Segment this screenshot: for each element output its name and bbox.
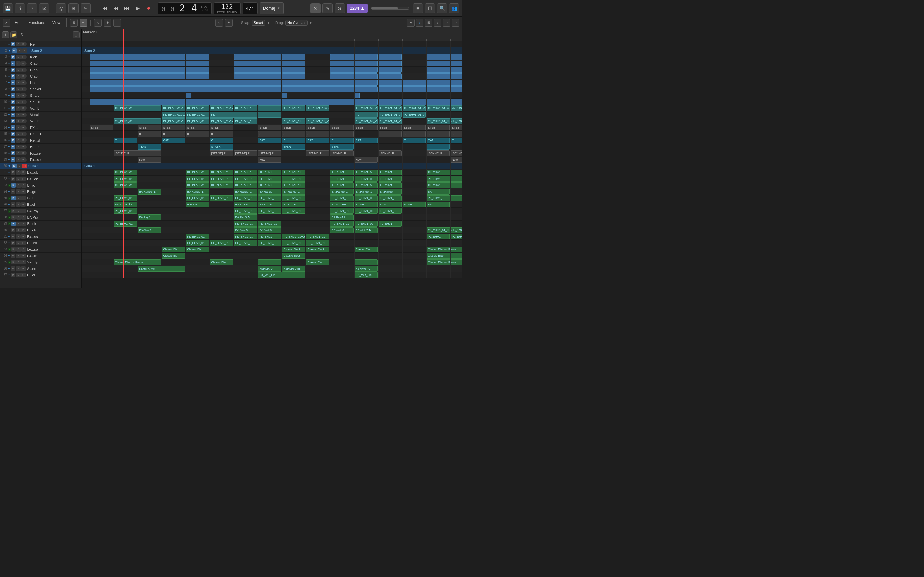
clip-26-4[interactable]: BA Sou Rei.1 <box>282 201 305 207</box>
content-row-23[interactable]: PL_EHV1_01PL_EHV1_01PL_EHV1_01PL_EHV1_01… <box>82 182 462 189</box>
grid-view-btn[interactable]: ⊞ <box>70 19 78 27</box>
clip-11-9[interactable]: PL_EHV1_01_Vo <box>378 105 402 111</box>
clip-30-1[interactable]: BA Alok.5 <box>234 227 257 233</box>
solo-btn-36[interactable]: S <box>16 266 21 271</box>
clip-5-6[interactable] <box>426 67 462 73</box>
waveform-btn[interactable]: ≋ <box>407 19 415 27</box>
clip-29-4[interactable]: PL_EHV1_01 <box>354 221 378 227</box>
clip-3-6[interactable] <box>426 54 462 60</box>
clip-25-0[interactable]: PL_EHV1_01 <box>113 195 137 201</box>
arrangement-area[interactable]: Marker 1 1 9 17 25 33 41 49 57 65 73 81 … <box>82 29 462 288</box>
track-row-20[interactable]: 20 ▼ M S R Sum 1 <box>0 163 81 169</box>
time-sig-display[interactable]: 4/4 <box>242 2 258 15</box>
clip-21-8[interactable]: PL_EHV1_ <box>378 169 402 175</box>
mute-btn-22[interactable]: M <box>11 177 15 181</box>
solo-btn-31[interactable]: S <box>16 234 21 239</box>
record-btn-20[interactable]: R <box>23 164 27 168</box>
cursor-btn[interactable]: ↖ <box>94 19 102 27</box>
smart-controls-button[interactable]: 1234 ▲ <box>347 3 368 13</box>
solo-btn-10[interactable]: S <box>16 100 21 104</box>
search-button[interactable]: 🔍 <box>437 3 447 13</box>
clip-13-9[interactable]: PL_EHV1_01_Vocals_125 <box>426 118 462 124</box>
track-row-35[interactable]: 35 ♪ M S R SE...ty <box>0 259 81 266</box>
clip-6-4[interactable] <box>330 73 378 79</box>
clip-27-0[interactable]: PL_EHV1_01 <box>113 208 137 214</box>
content-row-28[interactable]: BA Psy.2BA Psy.3 ↻BA Psy.4 ↻ <box>82 214 462 221</box>
clip-30-0[interactable]: BA Alok.2 <box>137 227 161 233</box>
clip-21-1[interactable]: PL_EHV1_01 <box>186 169 209 175</box>
clip-16-5[interactable]: CAT_ <box>306 137 330 143</box>
content-row-19[interactable]: NewNewNewNew <box>82 156 462 163</box>
record-btn-30[interactable]: R <box>21 228 26 232</box>
clip-18-4[interactable]: [SENNE] F <box>306 150 330 156</box>
record-btn-35[interactable]: R <box>21 260 26 264</box>
record-btn-12[interactable]: R <box>21 113 26 117</box>
zoom-out-btn[interactable]: ↔ <box>452 19 459 27</box>
solo-btn-7[interactable]: S <box>16 81 21 85</box>
content-row-3[interactable] <box>82 54 462 60</box>
clip-11-3[interactable]: PL_EHV1_01Vocals_125 <box>210 105 233 111</box>
track-row-18[interactable]: 18 ↔ M S R I Fx...se <box>0 150 81 156</box>
clip-6-1[interactable] <box>186 73 209 79</box>
clip-9-1[interactable] <box>282 93 288 98</box>
solo-btn-27[interactable]: S <box>16 209 21 213</box>
expand-arrow-2[interactable]: ▼ <box>8 49 11 52</box>
track-row-15[interactable]: 15 ↔ M S R I FX...01 <box>0 131 81 137</box>
clip-15-8[interactable]: 8 <box>378 131 402 137</box>
clip-13-5[interactable]: PL_EHV1_01 <box>282 118 305 124</box>
track-row-5[interactable]: 5 ↔ M S R I Clap <box>0 67 81 73</box>
clip-23-8[interactable]: PL_EHV1_ <box>378 182 402 188</box>
clip-23-0[interactable]: PL_EHV1_01 <box>113 182 137 188</box>
zoom-h-btn[interactable]: ↔ <box>443 19 451 27</box>
solo-btn-29[interactable]: S <box>16 221 21 226</box>
mute-btn-4[interactable]: M <box>11 61 15 66</box>
functions-menu[interactable]: Functions <box>26 19 48 26</box>
record-btn-22[interactable]: R <box>21 177 26 181</box>
mute-btn-7[interactable]: M <box>11 81 15 85</box>
clip-26-5[interactable]: BA Sou Rei <box>330 201 354 207</box>
mixer-button[interactable]: ⊞ <box>68 3 79 13</box>
clip-31-4[interactable]: PL_EHV1_01 <box>306 234 330 239</box>
track-row-19[interactable]: 19 ↔ M S R I Fx...se <box>0 156 81 163</box>
clip-26-9[interactable]: BA <box>426 201 450 207</box>
clip-35-1[interactable]: Classic Ele <box>210 259 233 265</box>
clip-18-6[interactable]: [SENNE] F <box>378 150 402 156</box>
content-row-9[interactable] <box>82 92 462 99</box>
track-row-9[interactable]: 9 ↔ M S R I Snare <box>0 92 81 99</box>
scissors-button[interactable]: ✂ <box>81 3 91 13</box>
clip-29-1[interactable]: PL_EHV1_01 <box>234 221 257 227</box>
content-row-12[interactable]: PL_EHV1_01Vocals_125PL_EHV1_01PLPL_EHV1_… <box>82 111 462 118</box>
clip-23-4[interactable]: PL_EHV1_ <box>258 182 281 188</box>
clip-30-4[interactable]: BA Alok.7 ↻ <box>354 227 378 233</box>
mute-btn-26[interactable]: M <box>11 202 15 207</box>
solo-btn-12[interactable]: S <box>16 113 21 117</box>
clip-15-9[interactable]: 8 <box>402 131 426 137</box>
clip-35-3[interactable]: Classic Ele <box>306 259 330 265</box>
clip-26-3[interactable]: BA Sou Rei <box>258 201 281 207</box>
mute-btn-18[interactable]: M <box>11 151 15 155</box>
track-row-8[interactable]: 8 ↔ M S R I Shaker <box>0 86 81 92</box>
clip-14-4[interactable]: STSB <box>210 125 233 131</box>
track-row-27[interactable]: 27 ♪ M S R BA Psy <box>0 208 81 214</box>
key-display[interactable]: Domaj ▼ <box>260 2 284 15</box>
content-row-32[interactable]: PL_EHV1_01PL_EHV1_01PL_EHV1_PL_EHV1_PL_E… <box>82 240 462 246</box>
solo-btn-22[interactable]: S <box>16 177 21 181</box>
clip-16-8[interactable]: C <box>402 137 426 143</box>
clip-25-1[interactable]: PL_EHV1_01 <box>186 195 209 201</box>
clip-13-0[interactable]: PL_EHV1_01 <box>113 118 161 124</box>
clip-22-9[interactable]: PL_EHV1_ <box>426 176 462 182</box>
clip-24-2[interactable]: BA Range_1. <box>234 189 257 195</box>
clip-9-0[interactable] <box>186 93 191 98</box>
clip-5-4[interactable] <box>330 67 378 73</box>
clip-36-3[interactable]: KSHMR_A <box>354 266 378 271</box>
clip-19-0[interactable]: New <box>137 157 161 163</box>
clip-25-4[interactable]: PL_EHV1_ <box>258 195 281 201</box>
mute-btn-16[interactable]: M <box>11 138 15 143</box>
clip-27-3[interactable]: PL_EHV1_01 <box>282 208 305 214</box>
solo-btn-26[interactable]: S <box>16 202 21 207</box>
content-row-26[interactable]: BA Sou Rei.5B B B BBA Sou Rei.1BA Sou Re… <box>82 201 462 208</box>
mute-btn-10[interactable]: M <box>11 100 15 104</box>
solo-btn-21[interactable]: S <box>16 170 21 175</box>
clip-19-3[interactable]: New <box>451 157 462 163</box>
clip-25-8[interactable]: PL_EHV1_ <box>378 195 402 201</box>
